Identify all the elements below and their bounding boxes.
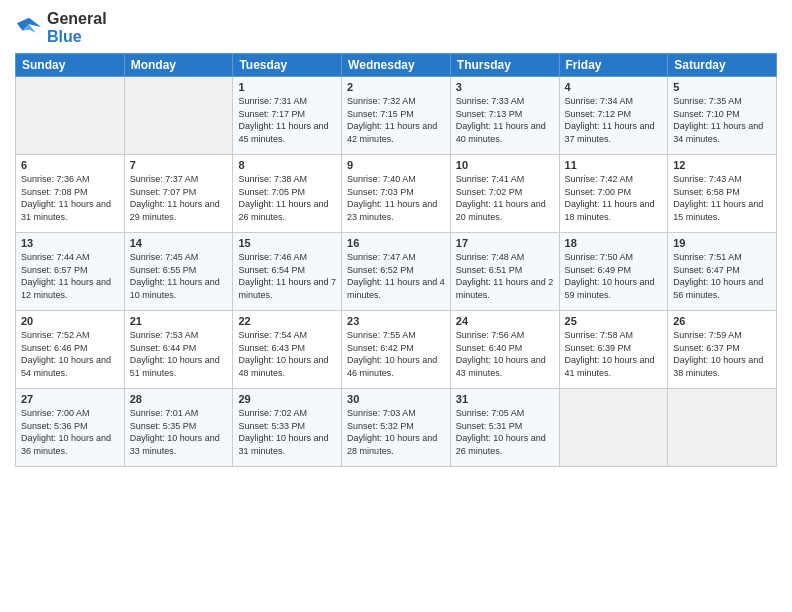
calendar-cell: 13Sunrise: 7:44 AMSunset: 6:57 PMDayligh…: [16, 233, 125, 311]
calendar-cell: 20Sunrise: 7:52 AMSunset: 6:46 PMDayligh…: [16, 311, 125, 389]
calendar-cell: 10Sunrise: 7:41 AMSunset: 7:02 PMDayligh…: [450, 155, 559, 233]
col-header-thursday: Thursday: [450, 54, 559, 77]
calendar-cell: [559, 389, 668, 467]
calendar-cell: 30Sunrise: 7:03 AMSunset: 5:32 PMDayligh…: [342, 389, 451, 467]
calendar-cell: 21Sunrise: 7:53 AMSunset: 6:44 PMDayligh…: [124, 311, 233, 389]
calendar-cell: 4Sunrise: 7:34 AMSunset: 7:12 PMDaylight…: [559, 77, 668, 155]
day-number: 27: [21, 393, 119, 405]
header: General Blue: [15, 10, 777, 45]
calendar-cell: 1Sunrise: 7:31 AMSunset: 7:17 PMDaylight…: [233, 77, 342, 155]
week-row-4: 27Sunrise: 7:00 AMSunset: 5:36 PMDayligh…: [16, 389, 777, 467]
week-row-1: 6Sunrise: 7:36 AMSunset: 7:08 PMDaylight…: [16, 155, 777, 233]
day-info: Sunrise: 7:41 AMSunset: 7:02 PMDaylight:…: [456, 173, 554, 223]
day-info: Sunrise: 7:44 AMSunset: 6:57 PMDaylight:…: [21, 251, 119, 301]
day-info: Sunrise: 7:34 AMSunset: 7:12 PMDaylight:…: [565, 95, 663, 145]
day-info: Sunrise: 7:00 AMSunset: 5:36 PMDaylight:…: [21, 407, 119, 457]
day-number: 23: [347, 315, 445, 327]
calendar-cell: 12Sunrise: 7:43 AMSunset: 6:58 PMDayligh…: [668, 155, 777, 233]
day-number: 17: [456, 237, 554, 249]
day-info: Sunrise: 7:55 AMSunset: 6:42 PMDaylight:…: [347, 329, 445, 379]
col-header-saturday: Saturday: [668, 54, 777, 77]
calendar-cell: 14Sunrise: 7:45 AMSunset: 6:55 PMDayligh…: [124, 233, 233, 311]
calendar-cell: 8Sunrise: 7:38 AMSunset: 7:05 PMDaylight…: [233, 155, 342, 233]
day-info: Sunrise: 7:32 AMSunset: 7:15 PMDaylight:…: [347, 95, 445, 145]
logo-icon: [15, 14, 43, 42]
day-info: Sunrise: 7:56 AMSunset: 6:40 PMDaylight:…: [456, 329, 554, 379]
col-header-friday: Friday: [559, 54, 668, 77]
week-row-3: 20Sunrise: 7:52 AMSunset: 6:46 PMDayligh…: [16, 311, 777, 389]
day-number: 24: [456, 315, 554, 327]
day-info: Sunrise: 7:36 AMSunset: 7:08 PMDaylight:…: [21, 173, 119, 223]
calendar-cell: 2Sunrise: 7:32 AMSunset: 7:15 PMDaylight…: [342, 77, 451, 155]
day-info: Sunrise: 7:54 AMSunset: 6:43 PMDaylight:…: [238, 329, 336, 379]
day-info: Sunrise: 7:38 AMSunset: 7:05 PMDaylight:…: [238, 173, 336, 223]
logo-text: General Blue: [47, 10, 107, 45]
calendar-cell: 15Sunrise: 7:46 AMSunset: 6:54 PMDayligh…: [233, 233, 342, 311]
day-number: 12: [673, 159, 771, 171]
day-number: 18: [565, 237, 663, 249]
day-number: 22: [238, 315, 336, 327]
calendar-cell: [16, 77, 125, 155]
calendar-cell: 11Sunrise: 7:42 AMSunset: 7:00 PMDayligh…: [559, 155, 668, 233]
day-info: Sunrise: 7:03 AMSunset: 5:32 PMDaylight:…: [347, 407, 445, 457]
day-number: 26: [673, 315, 771, 327]
day-number: 16: [347, 237, 445, 249]
calendar-cell: 28Sunrise: 7:01 AMSunset: 5:35 PMDayligh…: [124, 389, 233, 467]
day-info: Sunrise: 7:48 AMSunset: 6:51 PMDaylight:…: [456, 251, 554, 301]
calendar-cell: 29Sunrise: 7:02 AMSunset: 5:33 PMDayligh…: [233, 389, 342, 467]
day-info: Sunrise: 7:52 AMSunset: 6:46 PMDaylight:…: [21, 329, 119, 379]
calendar-cell: 17Sunrise: 7:48 AMSunset: 6:51 PMDayligh…: [450, 233, 559, 311]
day-number: 15: [238, 237, 336, 249]
calendar-cell: 31Sunrise: 7:05 AMSunset: 5:31 PMDayligh…: [450, 389, 559, 467]
day-info: Sunrise: 7:43 AMSunset: 6:58 PMDaylight:…: [673, 173, 771, 223]
col-header-sunday: Sunday: [16, 54, 125, 77]
day-info: Sunrise: 7:33 AMSunset: 7:13 PMDaylight:…: [456, 95, 554, 145]
day-info: Sunrise: 7:01 AMSunset: 5:35 PMDaylight:…: [130, 407, 228, 457]
day-info: Sunrise: 7:53 AMSunset: 6:44 PMDaylight:…: [130, 329, 228, 379]
day-number: 5: [673, 81, 771, 93]
day-number: 3: [456, 81, 554, 93]
day-number: 11: [565, 159, 663, 171]
header-row: SundayMondayTuesdayWednesdayThursdayFrid…: [16, 54, 777, 77]
col-header-wednesday: Wednesday: [342, 54, 451, 77]
logo: General Blue: [15, 10, 107, 45]
calendar-cell: 19Sunrise: 7:51 AMSunset: 6:47 PMDayligh…: [668, 233, 777, 311]
day-info: Sunrise: 7:51 AMSunset: 6:47 PMDaylight:…: [673, 251, 771, 301]
day-info: Sunrise: 7:42 AMSunset: 7:00 PMDaylight:…: [565, 173, 663, 223]
day-info: Sunrise: 7:47 AMSunset: 6:52 PMDaylight:…: [347, 251, 445, 301]
day-number: 7: [130, 159, 228, 171]
calendar-cell: 16Sunrise: 7:47 AMSunset: 6:52 PMDayligh…: [342, 233, 451, 311]
calendar-cell: [124, 77, 233, 155]
day-number: 21: [130, 315, 228, 327]
calendar-cell: 25Sunrise: 7:58 AMSunset: 6:39 PMDayligh…: [559, 311, 668, 389]
day-info: Sunrise: 7:50 AMSunset: 6:49 PMDaylight:…: [565, 251, 663, 301]
day-number: 6: [21, 159, 119, 171]
day-number: 25: [565, 315, 663, 327]
calendar-cell: 9Sunrise: 7:40 AMSunset: 7:03 PMDaylight…: [342, 155, 451, 233]
page: General Blue SundayMondayTuesdayWednesda…: [0, 0, 792, 612]
day-number: 1: [238, 81, 336, 93]
day-info: Sunrise: 7:37 AMSunset: 7:07 PMDaylight:…: [130, 173, 228, 223]
calendar-cell: [668, 389, 777, 467]
day-number: 28: [130, 393, 228, 405]
day-number: 10: [456, 159, 554, 171]
day-number: 30: [347, 393, 445, 405]
col-header-tuesday: Tuesday: [233, 54, 342, 77]
day-number: 20: [21, 315, 119, 327]
day-info: Sunrise: 7:31 AMSunset: 7:17 PMDaylight:…: [238, 95, 336, 145]
calendar-cell: 27Sunrise: 7:00 AMSunset: 5:36 PMDayligh…: [16, 389, 125, 467]
calendar-cell: 3Sunrise: 7:33 AMSunset: 7:13 PMDaylight…: [450, 77, 559, 155]
week-row-2: 13Sunrise: 7:44 AMSunset: 6:57 PMDayligh…: [16, 233, 777, 311]
calendar-cell: 18Sunrise: 7:50 AMSunset: 6:49 PMDayligh…: [559, 233, 668, 311]
day-number: 31: [456, 393, 554, 405]
calendar-cell: 6Sunrise: 7:36 AMSunset: 7:08 PMDaylight…: [16, 155, 125, 233]
day-number: 4: [565, 81, 663, 93]
calendar-cell: 5Sunrise: 7:35 AMSunset: 7:10 PMDaylight…: [668, 77, 777, 155]
calendar-cell: 7Sunrise: 7:37 AMSunset: 7:07 PMDaylight…: [124, 155, 233, 233]
calendar-cell: 24Sunrise: 7:56 AMSunset: 6:40 PMDayligh…: [450, 311, 559, 389]
day-info: Sunrise: 7:58 AMSunset: 6:39 PMDaylight:…: [565, 329, 663, 379]
day-info: Sunrise: 7:46 AMSunset: 6:54 PMDaylight:…: [238, 251, 336, 301]
week-row-0: 1Sunrise: 7:31 AMSunset: 7:17 PMDaylight…: [16, 77, 777, 155]
calendar-cell: 23Sunrise: 7:55 AMSunset: 6:42 PMDayligh…: [342, 311, 451, 389]
day-info: Sunrise: 7:02 AMSunset: 5:33 PMDaylight:…: [238, 407, 336, 457]
